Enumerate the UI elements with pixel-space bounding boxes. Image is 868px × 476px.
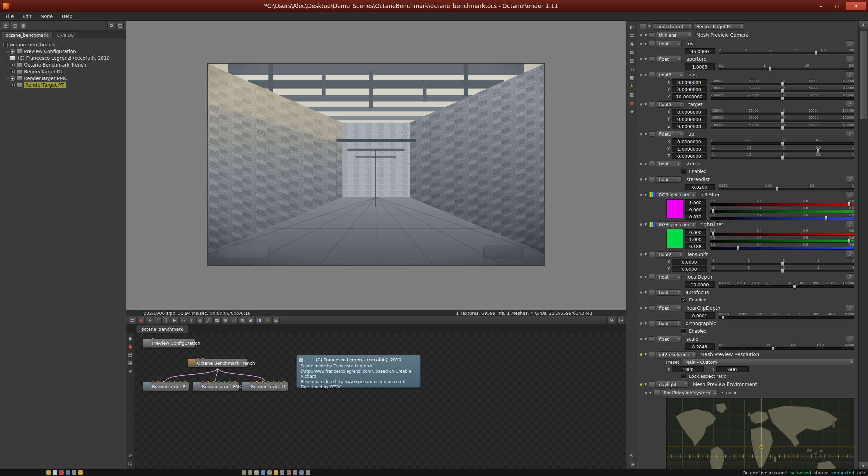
animation-curve-icon[interactable]: ╱ bbox=[846, 221, 854, 228]
node-pin[interactable] bbox=[197, 358, 199, 360]
slider-thumb[interactable] bbox=[781, 126, 784, 130]
image-icon[interactable]: ▦ bbox=[628, 49, 636, 55]
checkbox[interactable] bbox=[681, 169, 686, 174]
slider[interactable]: 0.20.40.60.8 bbox=[710, 229, 854, 236]
node-rendertarget-pmc[interactable]: RenderTarget PMC bbox=[193, 382, 239, 391]
slider-thumb[interactable] bbox=[722, 315, 725, 320]
slider-thumb[interactable] bbox=[712, 209, 715, 213]
type-dropdown[interactable]: float↕ bbox=[656, 41, 682, 47]
collapse-arrow-icon[interactable]: ▼ bbox=[643, 382, 648, 386]
value-field[interactable]: 0.0000000 bbox=[672, 153, 707, 159]
animation-curve-icon[interactable]: ╱ bbox=[846, 336, 854, 342]
slider-thumb[interactable] bbox=[781, 96, 784, 101]
import-icon[interactable]: ◫ bbox=[11, 22, 18, 29]
collapse-arrow-icon[interactable]: ▼ bbox=[643, 253, 648, 256]
taskbar-icon[interactable] bbox=[59, 470, 64, 475]
type-dropdown[interactable]: float↕ bbox=[656, 56, 682, 62]
expand-box-icon[interactable]: + bbox=[10, 49, 15, 54]
value-field[interactable]: 0.0000000 bbox=[672, 79, 707, 85]
taskbar-icon[interactable] bbox=[267, 470, 272, 475]
slider[interactable]: 0.00010.0010.010.1110100100010000 bbox=[719, 313, 854, 319]
node-pin[interactable] bbox=[207, 381, 209, 383]
slider-thumb[interactable] bbox=[815, 51, 818, 55]
slider[interactable]: -100000-50000050000100000 bbox=[711, 109, 854, 115]
taskbar-icon[interactable] bbox=[261, 470, 265, 475]
type-dropdown[interactable]: float3↕ bbox=[656, 131, 684, 137]
expand-icon[interactable]: ◲ bbox=[127, 460, 134, 467]
node-graph[interactable]: ◉●▤▦◈⚙◲ Preview ConfigurationOctane Benc… bbox=[126, 333, 626, 469]
node-pin[interactable] bbox=[202, 358, 204, 360]
layout-icon[interactable]: ◧ bbox=[628, 23, 636, 30]
node-pin[interactable] bbox=[157, 381, 159, 383]
save-image-icon[interactable]: ▤ bbox=[129, 317, 136, 324]
slider-thumb[interactable] bbox=[771, 346, 774, 351]
maximize-button[interactable]: □ bbox=[829, 2, 844, 10]
slider-thumb[interactable] bbox=[781, 112, 784, 116]
value-field[interactable]: 0.000 bbox=[685, 229, 706, 235]
animation-curve-icon[interactable]: ╱ bbox=[846, 101, 854, 108]
slider-thumb[interactable] bbox=[781, 156, 784, 160]
slider[interactable]: 0.20.40.60.8 bbox=[710, 236, 854, 243]
taskbar-icon[interactable] bbox=[287, 470, 291, 475]
value-field[interactable]: 0.0000000 bbox=[672, 138, 707, 145]
value-field[interactable]: 0.0000000 bbox=[672, 116, 707, 122]
slider[interactable]: -100000-50000050000100000 bbox=[711, 94, 854, 100]
collapse-arrow-icon[interactable]: ▼ bbox=[643, 73, 648, 76]
render-preview-image[interactable] bbox=[207, 63, 545, 266]
animation-curve-icon[interactable]: ╱ bbox=[846, 251, 854, 258]
value-field[interactable]: 0.0000000 bbox=[672, 109, 707, 115]
type-dropdown[interactable]: float↕ bbox=[656, 336, 682, 342]
animation-curve-icon[interactable]: ╱ bbox=[846, 71, 854, 78]
camera-icon[interactable]: ◉ bbox=[628, 40, 636, 47]
material-icon[interactable]: ◈ bbox=[628, 108, 636, 114]
slider-thumb[interactable] bbox=[781, 141, 784, 146]
value-field[interactable]: 0.812 bbox=[685, 213, 706, 220]
node-pin[interactable] bbox=[229, 381, 231, 383]
slider-thumb[interactable] bbox=[769, 67, 772, 71]
expand-box-icon[interactable]: + bbox=[10, 76, 15, 81]
tree-item[interactable]: +RenderTarget PMC bbox=[0, 75, 126, 82]
slider-thumb[interactable] bbox=[848, 239, 851, 243]
new-node-icon[interactable]: ▤ bbox=[2, 22, 9, 29]
texture-icon[interactable]: ▨ bbox=[628, 91, 636, 98]
slider-thumb[interactable] bbox=[781, 119, 784, 123]
image-icon[interactable]: ▦ bbox=[127, 359, 134, 366]
slider-thumb[interactable] bbox=[736, 246, 739, 250]
collapse-arrow-icon[interactable]: ▼ bbox=[643, 275, 648, 279]
expand-icon[interactable]: ◲ bbox=[116, 22, 124, 29]
expand-icon[interactable]: ◲ bbox=[628, 460, 636, 467]
node-pin[interactable] bbox=[184, 381, 187, 383]
taskbar-icon[interactable] bbox=[78, 470, 83, 475]
value-field[interactable]: 600 bbox=[716, 366, 749, 372]
copy-icon[interactable]: ▣ bbox=[247, 317, 254, 324]
tree-item[interactable]: (C) Francesco Legrenzi (cecofuli), 2010 bbox=[0, 55, 126, 61]
value-field[interactable]: 1.000 bbox=[685, 199, 706, 206]
slider-thumb[interactable] bbox=[781, 89, 784, 94]
record-icon[interactable]: ● bbox=[127, 343, 134, 350]
restart-render-icon[interactable]: ◉ bbox=[137, 317, 145, 324]
pan-icon[interactable]: + bbox=[188, 317, 195, 324]
grid-icon[interactable]: ▩ bbox=[628, 74, 636, 81]
slider[interactable]: -4-2024 bbox=[711, 266, 854, 272]
node-pin[interactable] bbox=[234, 381, 237, 383]
slider[interactable]: 0.0010.010.11 bbox=[719, 184, 854, 190]
sundir-world-map[interactable] bbox=[666, 398, 854, 469]
menu-help[interactable]: Help bbox=[57, 12, 77, 20]
checkbox[interactable]: ✓ bbox=[681, 297, 686, 302]
value-field[interactable]: 0.0000000 bbox=[672, 86, 707, 92]
node-pin[interactable] bbox=[213, 381, 215, 383]
type-dropdown[interactable]: bool↕ bbox=[656, 161, 681, 167]
alert-icon[interactable]: ● bbox=[628, 99, 636, 106]
value-field[interactable]: 0.0000 bbox=[672, 266, 707, 272]
type-dropdown[interactable]: daylight↕ bbox=[656, 381, 689, 388]
rendertarget-dropdown[interactable]: rendertarget↕ bbox=[653, 23, 693, 30]
value-field[interactable]: 0.0000 bbox=[672, 259, 707, 265]
node-preview-configuration[interactable]: Preview Configuration bbox=[143, 339, 195, 348]
animation-curve-icon[interactable]: ╱ bbox=[846, 176, 854, 183]
zoom-icon[interactable]: ⊕ bbox=[196, 317, 204, 324]
tree-item[interactable]: +Octane Benchmark Trench bbox=[0, 61, 126, 68]
render-viewport[interactable] bbox=[126, 21, 626, 310]
slider[interactable]: -4-2024 bbox=[711, 259, 854, 265]
rendertarget-value-dropdown[interactable]: RenderTarget PT↕ bbox=[694, 23, 744, 30]
value-field[interactable]: 1.0000 bbox=[685, 63, 715, 70]
